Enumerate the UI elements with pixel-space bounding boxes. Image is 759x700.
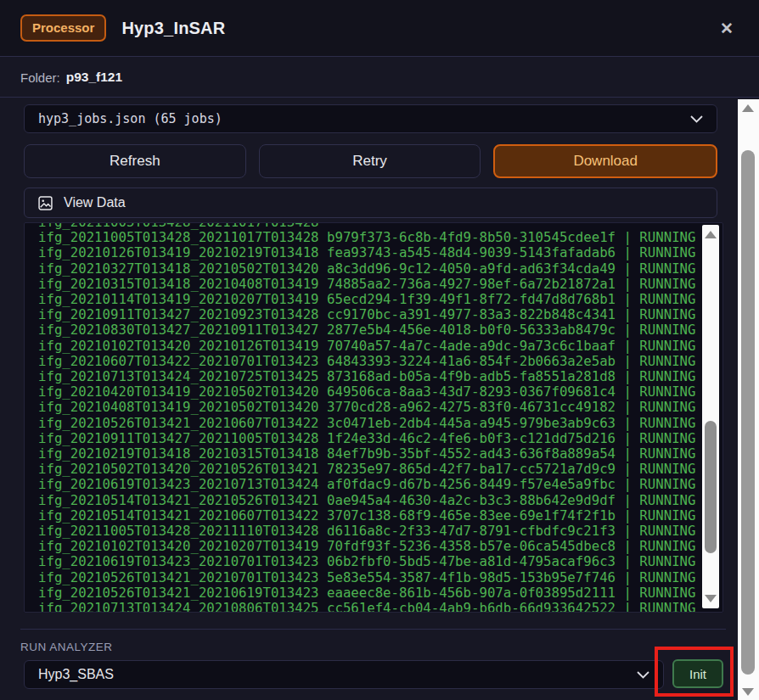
analyzer-select[interactable]: Hyp3_SBAS <box>24 660 664 689</box>
analyzer-select-value: Hyp3_SBAS <box>38 667 114 682</box>
log-line: ifg_20210126T013419_20210219T013418 fea9… <box>38 245 722 260</box>
run-analyzer-label: RUN ANALYZER <box>20 641 113 653</box>
view-data-label: View Data <box>64 195 126 210</box>
chevron-down-icon <box>690 115 703 123</box>
view-data-button[interactable]: View Data <box>24 188 717 218</box>
log-line: ifg_20210830T013427_20210911T013427 2877… <box>38 322 722 338</box>
page-title: Hyp3_InSAR <box>121 19 225 38</box>
init-button[interactable]: Init <box>672 659 723 688</box>
folder-row: Folder: p93_f121 <box>0 58 759 98</box>
log-scrollbar[interactable] <box>702 225 719 608</box>
log-line: ifg_20211005T013428_20211017T013428 b979… <box>38 230 722 245</box>
close-icon[interactable]: ✕ <box>715 17 739 40</box>
processor-badge: Processor <box>20 14 106 42</box>
job-log-output[interactable]: ifg_20211005T013428_20211017T013428ifg_2… <box>24 222 723 613</box>
log-line: ifg_20210713T013424_20210806T013425 cc56… <box>38 601 722 613</box>
log-line: ifg_20210219T013418_20210315T013418 84ef… <box>38 446 722 462</box>
page-scrollbar[interactable] <box>738 99 759 700</box>
log-line: ifg_20210114T013419_20210207T013419 65ec… <box>38 292 722 307</box>
log-line: ifg_20210102T013420_20210126T013419 7074… <box>38 339 722 354</box>
jobs-action-buttons: Refresh Retry Download <box>24 144 717 178</box>
arrow-down-icon[interactable] <box>705 595 717 602</box>
retry-button[interactable]: Retry <box>259 144 481 178</box>
log-line: ifg_20210526T013421_20210701T013423 5e83… <box>38 570 722 585</box>
arrow-up-icon[interactable] <box>742 104 754 112</box>
arrow-up-icon[interactable] <box>705 231 717 238</box>
log-line: ifg_20210526T013421_20210607T013422 3c04… <box>38 416 722 431</box>
log-line: ifg_20210911T013427_20211005T013428 1f24… <box>38 431 722 446</box>
log-line: ifg_20210713T013424_20210725T013425 8731… <box>38 369 722 384</box>
folder-label: Folder: <box>20 70 60 85</box>
refresh-button[interactable]: Refresh <box>24 144 246 178</box>
modal-header: Processor Hyp3_InSAR ✕ <box>0 0 759 57</box>
folder-name: p93_f121 <box>66 70 122 85</box>
log-lines: ifg_20211005T013428_20211017T013428ifg_2… <box>25 222 722 613</box>
log-line: ifg_20210514T013421_20210607T013422 3707… <box>38 508 722 524</box>
image-icon <box>38 196 53 210</box>
log-scrollbar-thumb[interactable] <box>705 421 717 553</box>
log-line: ifg_20210502T013420_20210526T013421 7823… <box>38 462 722 477</box>
log-line: ifg_20210619T013423_20210713T013424 af0f… <box>38 477 722 492</box>
log-line: ifg_20210102T013420_20210207T013419 70fd… <box>38 539 722 554</box>
jobs-file-select-value: hyp3_jobs.json (65 jobs) <box>38 111 222 126</box>
log-line: ifg_20210327T013418_20210502T013420 a8c3… <box>38 261 722 277</box>
arrow-down-icon[interactable] <box>742 688 754 696</box>
log-line: ifg_20210514T013421_20210526T013421 0ae9… <box>38 493 722 508</box>
log-line: ifg_20210408T013419_20210502T013420 3770… <box>38 400 722 415</box>
log-line: ifg_20210526T013421_20210619T013423 eaae… <box>38 585 722 601</box>
log-line: ifg_20211005T013428_20211110T013428 d611… <box>38 524 722 539</box>
download-button[interactable]: Download <box>493 144 717 178</box>
log-line: ifg_20210315T013418_20210408T013419 7488… <box>38 277 722 292</box>
chevron-down-icon <box>637 671 649 679</box>
log-line: ifg_20210619T013423_20210701T013423 06b2… <box>38 554 722 569</box>
log-line: ifg_20210607T013422_20210701T013423 6484… <box>38 354 722 369</box>
jobs-file-select[interactable]: hyp3_jobs.json (65 jobs) <box>24 104 717 133</box>
page-scrollbar-thumb[interactable] <box>741 150 755 675</box>
log-line: ifg_20210911T013427_20210923T013428 cc91… <box>38 307 722 322</box>
log-line: ifg_20210420T013419_20210502T013420 6495… <box>38 384 722 400</box>
footer-divider <box>20 629 726 630</box>
